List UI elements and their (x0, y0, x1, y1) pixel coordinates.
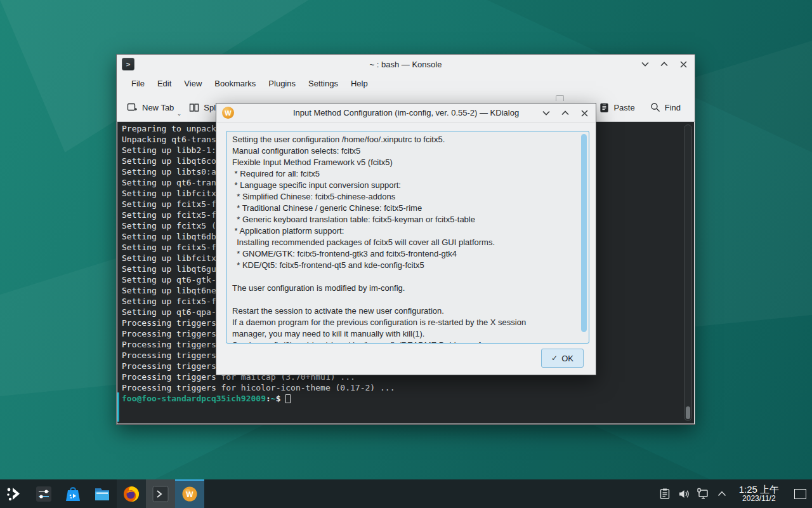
terminal-scrollbar[interactable] (684, 124, 692, 421)
discover-button[interactable] (58, 479, 88, 508)
ok-button[interactable]: ✓ OK (541, 349, 584, 368)
im-config-w-icon: W (222, 107, 234, 119)
terminal-prompt-line: foo@foo-standardpcq35ich92009:~$ (122, 393, 680, 404)
clock[interactable]: 1:25 上午 2023/11/2 (733, 484, 785, 504)
konsole-window-icon: > (122, 58, 134, 70)
volume-icon (678, 488, 690, 500)
dialog-message-line: If a daemon program for the previous con… (232, 317, 583, 328)
chevron-down-icon: ⌄ (177, 110, 182, 117)
clipboard-tray-button[interactable] (657, 486, 673, 502)
menu-item[interactable]: File (125, 76, 151, 91)
clock-date: 2023/11/2 (739, 495, 779, 504)
new-output-indicator (117, 392, 119, 422)
dialog-message-line: The user configuration is modified by im… (232, 283, 583, 294)
system-settings-icon (34, 485, 53, 504)
check-icon: ✓ (551, 354, 558, 363)
dialog-message-line: * GNOME/GTK: fcitx5-frontend-gtk3 and fc… (232, 248, 583, 260)
menu-item[interactable]: View (178, 76, 208, 91)
split-view-icon (189, 103, 199, 112)
dialog-message-line: * Application platform support: (232, 225, 583, 237)
dialog-message-line: Setting the user configuration /home/foo… (232, 134, 583, 145)
svg-text:W: W (186, 490, 193, 498)
show-desktop-icon (794, 489, 806, 499)
app-launcher-icon (5, 485, 24, 504)
close-button[interactable] (678, 59, 688, 69)
dolphin-icon (93, 485, 112, 504)
copy-icon-partial[interactable] (556, 95, 564, 101)
terminal-scrollbar-thumb[interactable] (686, 406, 690, 419)
find-button[interactable]: Find (645, 98, 686, 117)
volume-tray-button[interactable] (676, 486, 692, 502)
prompt-colon: : (266, 393, 271, 404)
paste-icon (599, 102, 609, 113)
new-tab-button[interactable]: New Tab ⌄ (122, 98, 179, 116)
show-desktop-button[interactable] (792, 486, 808, 502)
dialog-maximize-button[interactable] (560, 108, 570, 118)
im-config-task-button[interactable]: W (175, 479, 204, 508)
firefox-task-button[interactable] (117, 479, 146, 508)
dialog-message-line: See im-config(8) and /usr/share/doc/im-c… (232, 340, 583, 344)
firefox-icon (122, 485, 141, 504)
prompt-dollar: $ (276, 393, 281, 404)
app-launcher-button[interactable] (0, 479, 29, 508)
menu-item[interactable]: Plugins (262, 76, 302, 91)
dialog-close-button[interactable] (579, 108, 589, 118)
chevron-up-icon (561, 110, 569, 116)
dialog-minimize-button[interactable] (541, 108, 551, 118)
network-icon (697, 488, 709, 500)
konsole-menubar: FileEditViewBookmarksPluginsSettingsHelp (117, 74, 695, 93)
dolphin-button[interactable] (88, 479, 117, 508)
menu-item[interactable]: Bookmarks (208, 76, 262, 91)
menu-item-list: FileEditViewBookmarksPluginsSettingsHelp (125, 76, 374, 91)
search-icon (650, 102, 660, 112)
konsole-task-button[interactable] (146, 479, 175, 508)
dialog-message-line (232, 294, 583, 305)
dialog-message-line: * Required for all: fcitx5 (232, 168, 583, 180)
dialog-message-line: Installing recommended packages of fcitx… (232, 237, 583, 248)
chevron-up-icon (717, 491, 726, 497)
dialog-message-line: Manual configuration selects: fcitx5 (232, 145, 583, 157)
find-label: Find (665, 103, 681, 112)
network-tray-button[interactable] (695, 486, 711, 502)
menu-item[interactable]: Settings (302, 76, 344, 91)
dialog-message-line: Flexible Input Method Framework v5 (fcit… (232, 157, 583, 168)
close-icon (581, 110, 588, 117)
new-tab-label: New Tab (142, 103, 174, 112)
konsole-icon (151, 485, 170, 504)
dialog-message-area[interactable]: Setting the user configuration /home/foo… (226, 131, 589, 344)
split-view-label: Spl (204, 103, 216, 112)
taskbar: W 1:25 上午 2023/11/2 (0, 479, 812, 508)
discover-icon (63, 485, 82, 504)
minimize-button[interactable] (640, 59, 650, 69)
dialog-message-line: * Traditional Chinese / generic Chinese:… (232, 203, 583, 214)
chevron-down-icon (641, 62, 649, 67)
dialog-titlebar[interactable]: W Input Method Configuration (im-config,… (216, 104, 596, 123)
dialog-message-line: manager, you may need to kill it manuall… (232, 328, 583, 340)
clipboard-icon (659, 488, 671, 500)
dialog-line-list: Setting the user configuration /home/foo… (232, 134, 583, 344)
dialog-message-line: * Simplified Chinese: fcitx5-chinese-add… (232, 191, 583, 203)
maximize-button[interactable] (659, 59, 669, 69)
chevron-down-icon (542, 110, 550, 116)
dialog-title: Input Method Configuration (im-config, v… (216, 108, 596, 117)
dialog-scrollbar-thumb[interactable] (581, 134, 587, 332)
system-settings-button[interactable] (29, 479, 58, 508)
dialog-message-lines: Setting the user configuration /home/foo… (226, 131, 589, 344)
konsole-titlebar[interactable]: > ~ : bash — Konsole (117, 55, 695, 74)
paste-label: Paste (613, 103, 634, 112)
konsole-window-title: ~ : bash — Konsole (117, 60, 695, 69)
menu-item[interactable]: Help (344, 76, 374, 91)
dialog-message-line: Restart the session to activate the new … (232, 305, 583, 317)
dialog-message-line: * Generic keyboard translation table: fc… (232, 214, 583, 225)
tray-expander-button[interactable] (714, 486, 730, 502)
im-config-w-icon: W (180, 485, 199, 504)
menu-item[interactable]: Edit (151, 76, 178, 91)
dialog-message-line (232, 271, 583, 283)
terminal-cursor (285, 394, 291, 403)
prompt-user-host: foo@foo-standardpcq35ich92009 (122, 393, 266, 404)
paste-button[interactable]: Paste (594, 98, 639, 117)
ok-button-label: OK (561, 354, 573, 363)
chevron-up-icon (660, 62, 668, 67)
system-tray: 1:25 上午 2023/11/2 (657, 479, 812, 508)
close-icon (680, 61, 687, 68)
